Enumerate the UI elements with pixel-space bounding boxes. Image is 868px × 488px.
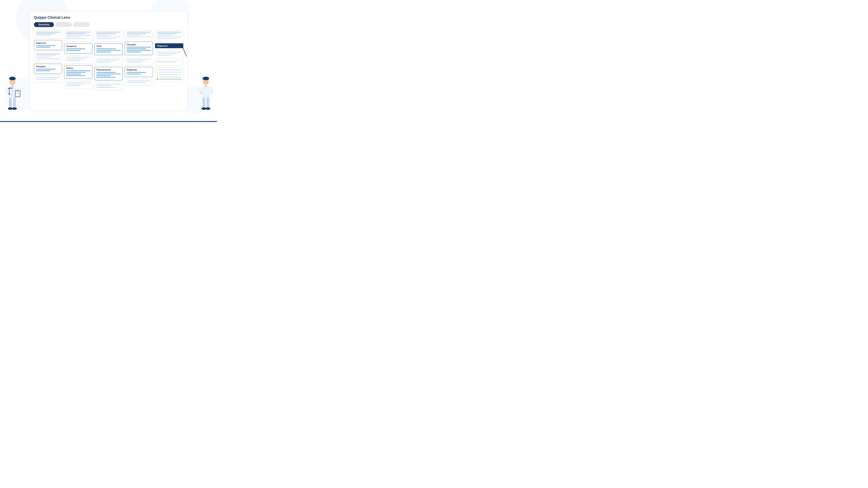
symptoms-label: Symptoms	[66, 45, 90, 47]
svg-rect-14	[9, 97, 12, 108]
main-card: Quippe Clinical Lens Summary Diagnoses	[29, 11, 188, 111]
warning-icon-3: ⚠	[157, 74, 158, 75]
svg-rect-15	[13, 97, 16, 108]
svg-line-21	[182, 45, 187, 57]
svg-point-19	[13, 82, 14, 83]
svg-rect-25	[205, 85, 207, 87]
svg-rect-10	[16, 92, 19, 93]
card-col1-3	[34, 52, 62, 62]
card-col3-5	[94, 82, 123, 91]
svg-point-1	[9, 77, 16, 80]
card-col1-5	[34, 75, 62, 83]
warning-icon-4: ⚠	[157, 76, 158, 78]
card-tests: Tests	[94, 43, 123, 55]
bottom-bar	[0, 121, 217, 122]
card-col3-3	[94, 57, 123, 65]
card-diagnoses-left: Diagnoses	[34, 40, 62, 50]
svg-point-32	[206, 107, 210, 110]
tab-3[interactable]	[73, 22, 90, 27]
app-container: Quippe Clinical Lens Summary Diagnoses	[0, 0, 217, 122]
column-1: Diagnoses Therapies	[34, 30, 62, 91]
tabs-row: Summary	[34, 22, 183, 27]
diagnoses-right-label: Diagnoses	[127, 69, 151, 71]
tab-summary[interactable]: Summary	[34, 22, 54, 27]
svg-rect-11	[16, 93, 19, 94]
card-diagnoses-right: Diagnoses	[125, 67, 153, 77]
diagnosis-label: Diagnosis	[157, 44, 168, 47]
svg-rect-29	[203, 97, 205, 108]
pointer-arrow	[181, 45, 187, 58]
svg-rect-30	[207, 97, 209, 108]
svg-rect-3	[11, 85, 13, 87]
card-physical-exam: Physical Exam	[94, 67, 123, 80]
warning-icon-1: ⚠	[157, 69, 158, 71]
svg-point-13	[8, 88, 9, 89]
dot-row	[157, 78, 182, 80]
card-warnings: ⚠ ⚠ ⚠ ⚠	[155, 67, 183, 82]
column-2: Symptoms History	[64, 30, 92, 91]
svg-point-20	[8, 93, 10, 95]
card-col2-1	[64, 30, 92, 42]
diagnosis-box: Diagnosis	[155, 43, 183, 48]
history-label: History	[66, 67, 90, 69]
svg-point-18	[10, 82, 11, 83]
svg-point-33	[204, 82, 205, 83]
card-col4-3	[125, 57, 153, 65]
card-col3-1	[94, 30, 123, 42]
warning-row-4: ⚠	[157, 76, 182, 78]
svg-point-28	[199, 92, 202, 94]
svg-rect-24	[202, 87, 210, 98]
svg-rect-9	[16, 92, 19, 92]
content-grid: Diagnoses Therapies	[34, 30, 183, 91]
tab-2[interactable]	[56, 22, 72, 27]
card-col4-5	[125, 79, 153, 86]
warning-row-2: ⚠	[157, 71, 182, 73]
card-col5-1	[155, 30, 183, 42]
svg-rect-5	[5, 87, 8, 95]
card-col2-3	[64, 55, 92, 64]
diagnoses-left-label: Diagnoses	[36, 42, 60, 44]
svg-rect-27	[210, 87, 213, 94]
doctor-left-illustration	[3, 75, 22, 116]
warning-row-3: ⚠	[157, 74, 182, 75]
diagnosis-section: Diagnosis	[155, 43, 183, 48]
card-therapies-left: Therapies	[34, 64, 62, 74]
physical-exam-label: Physical Exam	[96, 69, 121, 71]
svg-point-34	[207, 82, 208, 83]
therapies-right-label: Therapies	[127, 43, 151, 46]
card-symptoms: Symptoms	[64, 43, 92, 54]
card-therapies-right: Therapies	[125, 42, 153, 55]
column-5: Diagnosis	[155, 30, 183, 91]
column-3: Tests Physical Exam	[94, 30, 123, 91]
app-title: Quippe Clinical Lens	[34, 15, 183, 20]
card-history: History	[64, 65, 92, 79]
card-col1-1	[34, 30, 62, 38]
svg-point-17	[12, 107, 17, 110]
svg-point-23	[203, 77, 209, 80]
therapies-left-label: Therapies	[36, 65, 60, 68]
warning-icon-2: ⚠	[157, 71, 158, 73]
card-col5-3	[155, 50, 183, 58]
doctor-right-illustration	[197, 75, 215, 116]
card-col4-1	[125, 30, 153, 40]
green-dot	[157, 78, 158, 80]
card-col5-small	[155, 60, 183, 66]
column-4: Therapies Diagnoses	[125, 30, 153, 91]
tests-label: Tests	[96, 45, 121, 47]
warning-row-1: ⚠	[157, 69, 182, 71]
card-col2-5	[64, 80, 92, 89]
